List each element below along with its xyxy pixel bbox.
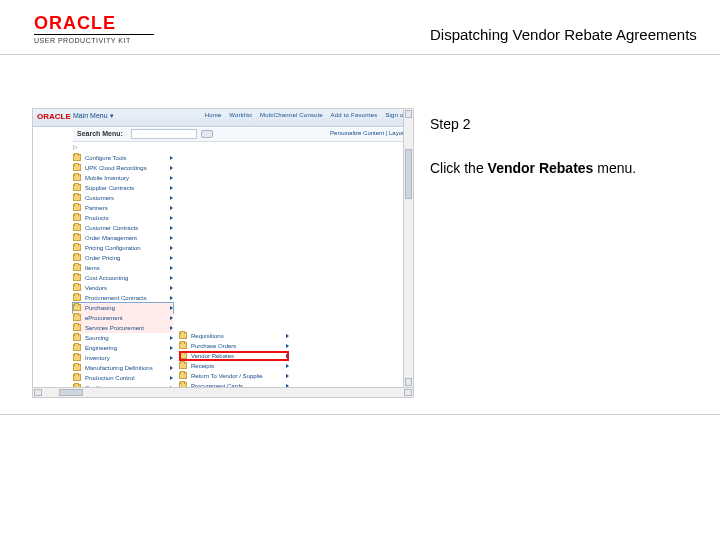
- nav-item-label: Sourcing: [85, 333, 167, 343]
- folder-icon: [73, 304, 81, 311]
- page-title: Dispatching Vendor Rebate Agreements: [430, 26, 697, 43]
- nav-item[interactable]: Pricing Configuration: [73, 243, 173, 253]
- nav-item[interactable]: Engineering: [73, 343, 173, 353]
- instruction-target: Vendor Rebates: [488, 160, 594, 176]
- chevron-right-icon: [170, 346, 173, 350]
- chevron-right-icon: [170, 196, 173, 200]
- chevron-right-icon: [170, 356, 173, 360]
- chevron-right-icon: [286, 334, 289, 338]
- nav-item-label: Purchasing: [85, 303, 167, 313]
- folder-icon: [73, 294, 81, 301]
- nav-item[interactable]: Mobile Inventory: [73, 173, 173, 183]
- search-go-button[interactable]: [201, 130, 213, 138]
- nav-item[interactable]: eProcurement: [73, 313, 173, 323]
- personalize-link[interactable]: Personalize Content | Layout: [330, 130, 407, 136]
- nav-item[interactable]: Supplier Contracts: [73, 183, 173, 193]
- nav-item-label: Order Management: [85, 233, 167, 243]
- folder-icon: [73, 204, 81, 211]
- submenu-item-label: Return To Vendor / Supplie: [191, 371, 283, 381]
- scroll-left-icon[interactable]: [34, 389, 42, 396]
- instruction-suffix: menu.: [593, 160, 636, 176]
- folder-icon: [179, 342, 187, 349]
- nav-item-label: Supplier Contracts: [85, 183, 167, 193]
- nav-item[interactable]: Products: [73, 213, 173, 223]
- nav-item-label: UPK Cloud Recordings: [85, 163, 167, 173]
- folder-icon: [73, 264, 81, 271]
- submenu-item-vendor-rebates[interactable]: Vendor Rebates: [179, 351, 289, 361]
- nav-item[interactable]: Order Pricing: [73, 253, 173, 263]
- nav-item[interactable]: Cost Accounting: [73, 273, 173, 283]
- folder-icon: [73, 274, 81, 281]
- nav-item[interactable]: Inventory: [73, 353, 173, 363]
- nav-item[interactable]: Services Procurement: [73, 323, 173, 333]
- horizontal-scrollbar[interactable]: [33, 387, 413, 397]
- submenu-item[interactable]: Purchase Orders: [179, 341, 289, 351]
- nav-item[interactable]: Production Control: [73, 373, 173, 383]
- nav-item[interactable]: Manufacturing Definitions: [73, 363, 173, 373]
- nav-item[interactable]: Vendors: [73, 283, 173, 293]
- instruction-text: Click the Vendor Rebates menu.: [430, 160, 636, 176]
- scroll-up-icon[interactable]: [405, 110, 412, 118]
- nav-item[interactable]: UPK Cloud Recordings: [73, 163, 173, 173]
- nav-item-label: eProcurement: [85, 313, 167, 323]
- nav-item[interactable]: Items: [73, 263, 173, 273]
- chevron-right-icon: [286, 354, 289, 358]
- chevron-right-icon: [170, 226, 173, 230]
- chevron-right-icon: [170, 256, 173, 260]
- nav-item-label: Order Pricing: [85, 253, 167, 263]
- scroll-down-icon[interactable]: [405, 378, 412, 386]
- chevron-right-icon: [170, 266, 173, 270]
- folder-icon: [73, 224, 81, 231]
- link-favorites[interactable]: Add to Favorites: [331, 112, 378, 118]
- submenu-item[interactable]: Receipts: [179, 361, 289, 371]
- submenu-item[interactable]: Return To Vendor / Supplie: [179, 371, 289, 381]
- submenu-item-label: Vendor Rebates: [191, 351, 283, 361]
- chevron-right-icon: [170, 246, 173, 250]
- nav-item[interactable]: Customer Contracts: [73, 223, 173, 233]
- folder-icon: [73, 174, 81, 181]
- chevron-right-icon: [170, 376, 173, 380]
- nav-item[interactable]: Procurement Contracts: [73, 293, 173, 303]
- nav-item-label: Cost Accounting: [85, 273, 167, 283]
- folder-icon: [73, 164, 81, 171]
- app-logo: ORACLE: [37, 112, 71, 121]
- scroll-thumb-vertical[interactable]: [405, 149, 412, 199]
- chevron-right-icon: [286, 364, 289, 368]
- link-mcc[interactable]: MultiChannel Console: [260, 112, 323, 118]
- header-links: Home Worklist MultiChannel Console Add t…: [199, 112, 409, 118]
- chevron-right-icon: [170, 206, 173, 210]
- link-home[interactable]: Home: [205, 112, 222, 118]
- nav-item[interactable]: Partners: [73, 203, 173, 213]
- embedded-screenshot: ORACLE Main Menu ▾ Home Worklist MultiCh…: [32, 108, 414, 398]
- scroll-thumb-horizontal[interactable]: [59, 389, 83, 396]
- nav-item-label: Customer Contracts: [85, 223, 167, 233]
- nav-item-label: Production Control: [85, 373, 167, 383]
- nav-item-label: Inventory: [85, 353, 167, 363]
- chevron-right-icon: [170, 306, 173, 310]
- nav-item[interactable]: Order Management: [73, 233, 173, 243]
- folder-icon: [179, 362, 187, 369]
- search-input[interactable]: [131, 129, 197, 139]
- divider-bottom: [0, 414, 720, 415]
- vertical-scrollbar[interactable]: [403, 109, 413, 387]
- folder-icon: [73, 344, 81, 351]
- chevron-right-icon: [170, 286, 173, 290]
- nav-item[interactable]: Purchasing: [73, 303, 173, 313]
- folder-icon: [73, 194, 81, 201]
- folder-icon: [73, 324, 81, 331]
- main-menu-dropdown[interactable]: Main Menu ▾: [73, 112, 114, 120]
- chevron-right-icon: [170, 216, 173, 220]
- scroll-right-icon[interactable]: [404, 389, 412, 396]
- link-worklist[interactable]: Worklist: [229, 112, 252, 118]
- chevron-right-icon: [170, 156, 173, 160]
- folder-icon: [73, 284, 81, 291]
- search-label: Search Menu:: [77, 130, 123, 137]
- nav-item-label: Engineering: [85, 343, 167, 353]
- folder-icon: [73, 354, 81, 361]
- breadcrumb-collapse-icon[interactable]: ▷: [73, 143, 78, 150]
- folder-icon: [73, 244, 81, 251]
- nav-item[interactable]: Customers: [73, 193, 173, 203]
- nav-item[interactable]: Sourcing: [73, 333, 173, 343]
- submenu-item[interactable]: Requisitions: [179, 331, 289, 341]
- nav-item[interactable]: Configure Tools: [73, 153, 173, 163]
